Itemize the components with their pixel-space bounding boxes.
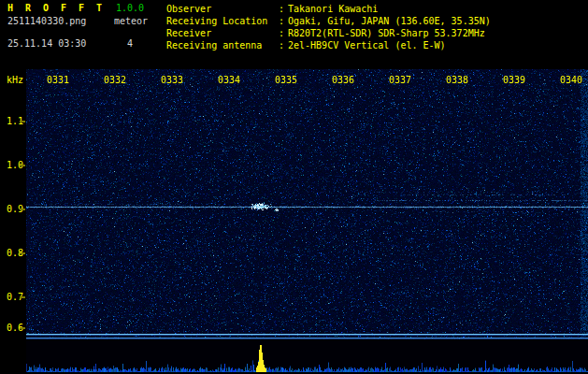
info-label: Observer	[166, 3, 279, 15]
freq-tick-mark	[20, 121, 25, 122]
hrofft-window: kHz1.11.00.90.80.70.6 033103320333033403…	[0, 0, 588, 374]
time-tick-label: 0339	[502, 75, 526, 85]
info-colon: :	[279, 39, 288, 51]
freq-tick-mark	[20, 252, 25, 254]
output-filename: 2511140330.png	[7, 16, 86, 26]
info-value: 2el-HB9CV Vertical (el. E-W)	[288, 39, 446, 51]
info-colon: :	[279, 3, 288, 15]
time-tick-label: 0336	[331, 75, 355, 85]
signal-level-strip	[26, 340, 588, 372]
time-tick-label: 0340	[559, 75, 583, 85]
info-label: Receiving antenna	[166, 39, 279, 51]
time-tick-label: 0333	[160, 75, 184, 85]
datetime-label: 25.11.14 03:30	[7, 38, 86, 49]
info-value: Ogaki, Gifu, JAPAN (136.60E, 35.35N)	[288, 15, 491, 27]
time-tick-label: 0337	[388, 75, 412, 85]
app-version: 1.0.0	[116, 3, 144, 13]
freq-tick-mark	[20, 165, 25, 166]
spectrogram-canvas	[26, 69, 588, 339]
time-tick-label: 0335	[274, 75, 298, 85]
echo-count: 4	[127, 38, 133, 49]
time-axis: 0331033203330334033503360337033803390340	[0, 75, 588, 86]
info-row: Observer:Takanori Kawachi	[166, 3, 491, 15]
info-value: R820T2(RTL-SDR) SDR-Sharp 53.372MHz	[288, 27, 485, 39]
mode-label: meteor	[114, 16, 148, 26]
info-label: Receiving Location	[166, 15, 279, 27]
time-tick-label: 0332	[103, 75, 127, 85]
time-tick-label: 0338	[445, 75, 469, 85]
info-row: Receiving Location:Ogaki, Gifu, JAPAN (1…	[166, 15, 491, 27]
app-title: HROFFT	[7, 3, 114, 13]
info-value: Takanori Kawachi	[288, 3, 378, 15]
info-row: Receiver:R820T2(RTL-SDR) SDR-Sharp 53.37…	[166, 27, 491, 39]
info-colon: :	[279, 15, 288, 27]
info-row: Receiving antenna:2el-HB9CV Vertical (el…	[166, 39, 491, 51]
freq-tick-mark	[20, 327, 25, 329]
time-tick-label: 0331	[46, 75, 70, 85]
freq-tick-mark	[20, 296, 25, 298]
info-label: Receiver	[166, 27, 279, 39]
frequency-axis: kHz1.11.00.90.80.70.6	[0, 0, 26, 374]
freq-tick-mark	[20, 209, 25, 210]
info-colon: :	[279, 27, 288, 39]
time-tick-label: 0334	[217, 75, 241, 85]
station-info: Observer:Takanori KawachiReceiving Locat…	[166, 3, 491, 51]
